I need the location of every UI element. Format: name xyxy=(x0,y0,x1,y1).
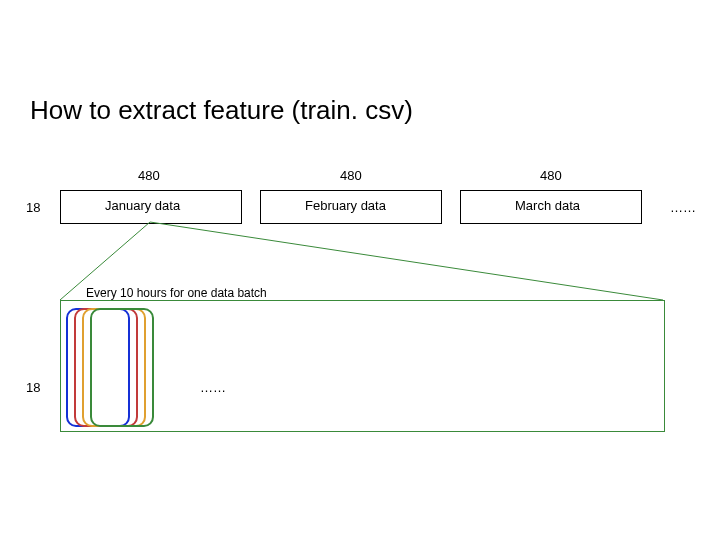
zoom-connectors xyxy=(0,0,720,540)
month-label-0: January data xyxy=(105,198,180,213)
page-title: How to extract feature (train. csv) xyxy=(30,95,413,126)
month-dim-0: 480 xyxy=(138,168,160,183)
ellipsis-upper: …… xyxy=(670,200,696,215)
sliding-window-3 xyxy=(90,308,154,427)
feature-dim-label-lower: 18 xyxy=(26,380,40,395)
month-dim-1: 480 xyxy=(340,168,362,183)
month-label-1: February data xyxy=(305,198,386,213)
ellipsis-lower: …… xyxy=(200,380,226,395)
feature-dim-label-upper: 18 xyxy=(26,200,40,215)
batch-caption: Every 10 hours for one data batch xyxy=(86,286,267,300)
month-label-2: March data xyxy=(515,198,580,213)
month-dim-2: 480 xyxy=(540,168,562,183)
